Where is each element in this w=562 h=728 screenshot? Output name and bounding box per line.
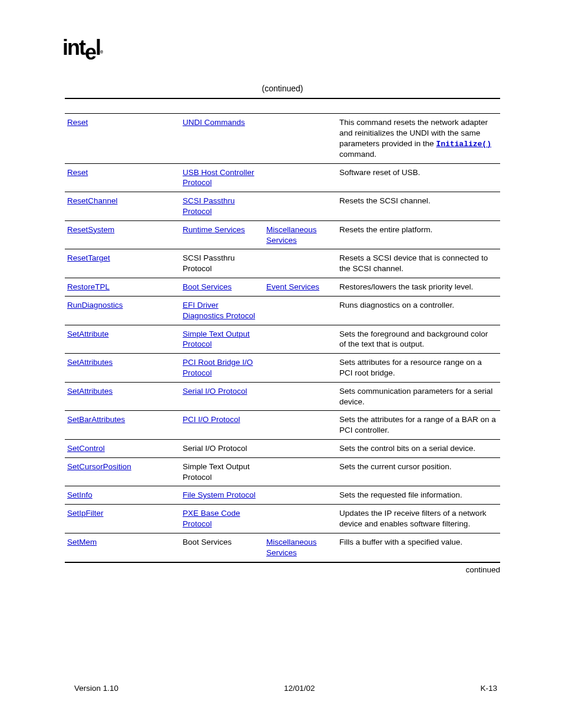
cell-function-link[interactable]: ResetChannel bbox=[67, 196, 118, 205]
cell-service-link[interactable]: SCSI Passthru Protocol bbox=[183, 196, 235, 216]
cell-service: Runtime Services bbox=[180, 220, 264, 249]
cell-function-link[interactable]: SetIpFilter bbox=[67, 509, 104, 518]
table-row: SetInfoFile System ProtocolSets the requ… bbox=[65, 486, 500, 505]
table-row: SetMemBoot ServicesMiscellaneous Service… bbox=[65, 533, 500, 562]
cell-function: Reset bbox=[65, 163, 180, 192]
cell-service-link[interactable]: Boot Services bbox=[183, 282, 232, 291]
cell-function-link[interactable]: SetBarAttributes bbox=[67, 415, 125, 424]
cell-service-link[interactable]: PCI I/O Protocol bbox=[183, 415, 240, 424]
cell-function: ResetChannel bbox=[65, 192, 180, 221]
cell-service: SCSI Passthru Protocol bbox=[180, 192, 264, 221]
cell-description: Sets the requested file information. bbox=[337, 486, 500, 505]
cell-function: RestoreTPL bbox=[65, 278, 180, 297]
cell-function-link[interactable]: Reset bbox=[67, 168, 88, 177]
cell-subservice bbox=[264, 486, 337, 505]
cell-subservice-link[interactable]: Miscellaneous Services bbox=[266, 538, 317, 557]
cell-description: Sets the attributes for a range of a BAR… bbox=[337, 411, 500, 440]
cell-subservice bbox=[264, 411, 337, 440]
table-row: SetControlSerial I/O ProtocolSets the co… bbox=[65, 440, 500, 458]
cell-subservice bbox=[264, 114, 337, 164]
cell-function-link[interactable]: ResetTarget bbox=[67, 253, 110, 262]
cell-service: Serial I/O Protocol bbox=[180, 440, 264, 458]
cell-description: Sets the current cursor position. bbox=[337, 457, 500, 486]
cell-description: Updates the IP receive filters of a netw… bbox=[337, 505, 500, 533]
cell-function-link[interactable]: Reset bbox=[67, 118, 88, 127]
cell-service: UNDI Commands bbox=[180, 114, 264, 164]
cell-function: SetMem bbox=[65, 533, 180, 562]
cell-service: Boot Services bbox=[180, 533, 264, 562]
cell-function-link[interactable]: ResetSystem bbox=[67, 225, 114, 234]
cell-service: PCI I/O Protocol bbox=[180, 411, 264, 440]
table-row: SetAttributeSimple Text Output ProtocolS… bbox=[65, 325, 500, 354]
cell-description: Resets the SCSI channel. bbox=[337, 192, 500, 221]
cell-function-link[interactable]: RestoreTPL bbox=[67, 282, 110, 291]
cell-function: SetCursorPosition bbox=[65, 457, 180, 486]
cell-subservice: Miscellaneous Services bbox=[264, 533, 337, 562]
table-row: SetBarAttributesPCI I/O ProtocolSets the… bbox=[65, 411, 500, 440]
cell-function: SetIpFilter bbox=[65, 505, 180, 533]
cell-function: SetBarAttributes bbox=[65, 411, 180, 440]
cell-function-link[interactable]: SetCursorPosition bbox=[67, 462, 131, 471]
cell-service: Simple Text Output Protocol bbox=[180, 457, 264, 486]
cell-function: ResetTarget bbox=[65, 249, 180, 278]
cell-description: Sets communication parameters for a seri… bbox=[337, 382, 500, 411]
table-row: SetAttributesSerial I/O ProtocolSets com… bbox=[65, 382, 500, 411]
cell-function-link[interactable]: SetAttribute bbox=[67, 330, 109, 338]
cell-function-link[interactable]: SetAttributes bbox=[67, 358, 113, 367]
page-footer: Version 1.10 12/01/02 K-13 bbox=[74, 684, 497, 693]
table-row: RunDiagnosticsEFI Driver Diagnostics Pro… bbox=[65, 296, 500, 325]
cell-service: Serial I/O Protocol bbox=[180, 382, 264, 411]
cell-description: Sets the control bits on a serial device… bbox=[337, 440, 500, 458]
cell-service: Simple Text Output Protocol bbox=[180, 325, 264, 354]
cell-subservice bbox=[264, 457, 337, 486]
cell-subservice bbox=[264, 249, 337, 278]
cell-function: RunDiagnostics bbox=[65, 296, 180, 325]
cell-function: SetControl bbox=[65, 440, 180, 458]
table-row: ResetTargetSCSI Passthru ProtocolResets … bbox=[65, 249, 500, 278]
cell-function: SetAttributes bbox=[65, 354, 180, 383]
cell-description: Fills a buffer with a specified value. bbox=[337, 533, 500, 562]
cell-service-link[interactable]: File System Protocol bbox=[183, 490, 256, 499]
cell-function: SetAttribute bbox=[65, 325, 180, 354]
cell-function-link[interactable]: SetInfo bbox=[67, 490, 92, 499]
cell-function: ResetSystem bbox=[65, 220, 180, 249]
cell-subservice: Event Services bbox=[264, 278, 337, 297]
cell-subservice-link[interactable]: Miscellaneous Services bbox=[266, 225, 317, 245]
cell-function: Reset bbox=[65, 114, 180, 164]
cell-subservice bbox=[264, 505, 337, 533]
cell-description: Sets the foreground and background color… bbox=[337, 325, 500, 354]
cell-function-link[interactable]: SetAttributes bbox=[67, 387, 113, 396]
cell-subservice bbox=[264, 382, 337, 411]
cell-service: File System Protocol bbox=[180, 486, 264, 505]
cell-service-link[interactable]: PCI Root Bridge I/O Protocol bbox=[183, 358, 253, 377]
cell-description: Sets attributes for a resource range on … bbox=[337, 354, 500, 383]
continued-note: continued bbox=[65, 565, 500, 574]
cell-subservice bbox=[264, 163, 337, 192]
cell-service-link[interactable]: Serial I/O Protocol bbox=[183, 387, 247, 396]
cell-service: PXE Base Code Protocol bbox=[180, 505, 264, 533]
cell-description: This command resets the network adapter … bbox=[337, 114, 500, 164]
cell-service-link[interactable]: PXE Base Code Protocol bbox=[183, 509, 240, 528]
cell-service-link[interactable]: USB Host Controller Protocol bbox=[183, 168, 254, 187]
cell-service-link[interactable]: EFI Driver Diagnostics Protocol bbox=[183, 301, 255, 320]
table-row: ResetUNDI CommandsThis command resets th… bbox=[65, 114, 500, 164]
footer-page: K-13 bbox=[480, 684, 497, 693]
cell-function-link[interactable]: RunDiagnostics bbox=[67, 301, 123, 309]
cell-service-link[interactable]: UNDI Commands bbox=[183, 118, 245, 127]
functions-table: ResetUNDI CommandsThis command resets th… bbox=[65, 98, 500, 563]
cell-service: Boot Services bbox=[180, 278, 264, 297]
table-row: ResetSystemRuntime ServicesMiscellaneous… bbox=[65, 220, 500, 249]
cell-service-link[interactable]: Runtime Services bbox=[183, 225, 245, 234]
cell-function-link[interactable]: SetControl bbox=[67, 444, 105, 453]
code-link[interactable]: Initialize() bbox=[436, 140, 491, 149]
cell-function: SetInfo bbox=[65, 486, 180, 505]
footer-date: 12/01/02 bbox=[284, 684, 315, 693]
cell-service: SCSI Passthru Protocol bbox=[180, 249, 264, 278]
cell-function: SetAttributes bbox=[65, 382, 180, 411]
cell-subservice-link[interactable]: Event Services bbox=[266, 282, 319, 291]
cell-function-link[interactable]: SetMem bbox=[67, 538, 97, 546]
cell-service-link[interactable]: Simple Text Output Protocol bbox=[183, 330, 250, 349]
cell-service: USB Host Controller Protocol bbox=[180, 163, 264, 192]
cell-description: Resets a SCSI device that is connected t… bbox=[337, 249, 500, 278]
cell-subservice bbox=[264, 325, 337, 354]
